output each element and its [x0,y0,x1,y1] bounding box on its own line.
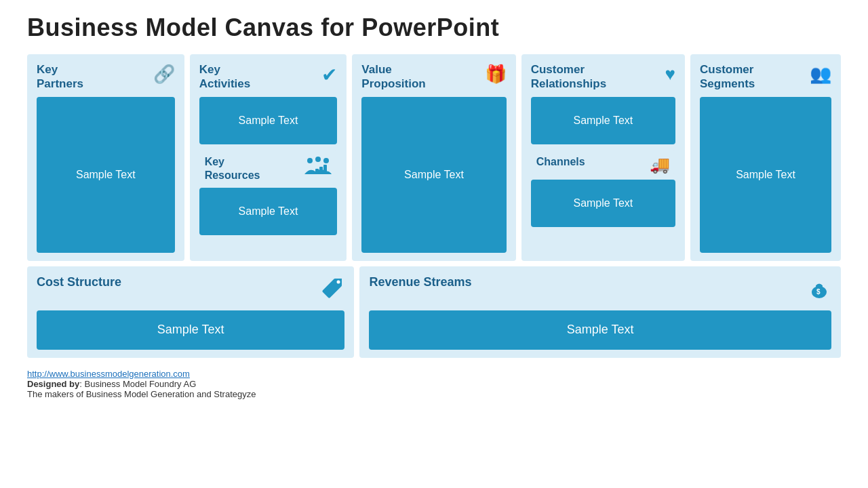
channels-title: Channels [536,155,585,169]
cell-customer-segments: CustomerSegments 👥 Sample Text [690,54,841,261]
revenue-streams-title: Revenue Streams [369,274,471,290]
revenue-streams-header: Revenue Streams $ [369,274,831,305]
canvas-bottom-row: Cost Structure Sample Text Revenue Strea… [27,266,841,358]
value-prop-sample-box: Sample Text [361,97,506,253]
footer-designed-label: Designed by [27,379,79,389]
svg-text:$: $ [816,288,821,296]
footer-designed-value: : Business Model Foundry AG [79,379,196,389]
link-icon: 🔗 [153,64,175,85]
svg-rect-5 [315,169,319,173]
cell-value-proposition: ValueProposition 🎁 Sample Text [352,54,515,261]
key-partners-title: KeyPartners [37,62,83,92]
svg-rect-3 [323,165,327,173]
footer-tagline: The makers of Business Model Generation … [27,389,841,399]
people-icon: 👥 [810,64,831,85]
key-activities-sample-box: Sample Text [199,97,338,144]
value-prop-header: ValueProposition 🎁 [361,62,506,92]
channels-section: Channels 🚚 [531,150,675,174]
customer-seg-sample-box: Sample Text [700,97,831,253]
cell-key-activities: KeyActivities ✔ Sample Text KeyResources [190,54,347,261]
key-activities-header: KeyActivities ✔ [199,62,338,92]
cost-structure-sample-box: Sample Text [37,310,344,350]
svg-rect-4 [319,167,323,173]
key-resources-title: KeyResources [205,155,260,182]
cell-revenue-streams: Revenue Streams $ Sample Text [359,266,841,358]
footer-link[interactable]: http://www.businessmodelgeneration.com [27,369,190,379]
cost-structure-header: Cost Structure [37,274,344,305]
checkmark-icon: ✔ [321,64,337,86]
key-partners-header: KeyPartners 🔗 [37,62,175,92]
cell-customer-relationships: CustomerRelationships ♥ Sample Text Chan… [521,54,685,261]
canvas-top-row: KeyPartners 🔗 Sample Text KeyActivities … [27,54,841,261]
value-prop-title: ValueProposition [361,62,425,92]
footer: http://www.businessmodelgeneration.com D… [27,369,841,399]
heart-icon: ♥ [665,64,675,85]
customer-seg-header: CustomerSegments 👥 [700,62,831,92]
cell-key-partners: KeyPartners 🔗 Sample Text [27,54,184,261]
customer-rel-title: CustomerRelationships [531,62,606,92]
resources-icon [304,155,332,180]
key-resources-sample-box: Sample Text [199,188,338,235]
svg-point-6 [337,280,340,283]
key-resources-header: KeyResources [205,155,332,182]
cost-structure-title: Cost Structure [37,274,121,290]
key-resources-section: KeyResources [199,150,338,182]
revenue-streams-sample-box: Sample Text [369,310,831,350]
cell-cost-structure: Cost Structure Sample Text [27,266,354,358]
svg-point-1 [315,157,321,162]
page-title: Business Model Canvas for PowerPoint [27,14,841,42]
customer-rel-header: CustomerRelationships ♥ [531,62,675,92]
svg-point-2 [323,158,329,163]
tag-icon [320,276,344,305]
customer-seg-title: CustomerSegments [700,62,755,92]
key-partners-sample-box: Sample Text [37,97,175,253]
channels-header: Channels 🚚 [536,155,670,174]
channels-sample-box: Sample Text [531,180,675,227]
gift-icon: 🎁 [485,64,507,85]
customer-rel-sample-box: Sample Text [531,97,675,144]
truck-icon: 🚚 [650,155,670,174]
key-activities-title: KeyActivities [199,62,251,92]
svg-point-0 [307,158,313,163]
money-bag-icon: $ [807,276,831,305]
